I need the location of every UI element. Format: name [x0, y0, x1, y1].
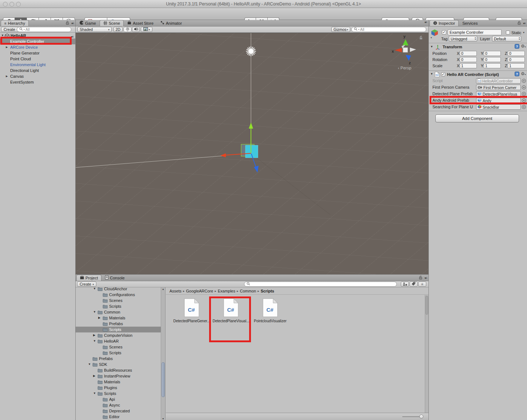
position-x-field[interactable]: 0 — [460, 51, 477, 56]
hierarchy-item-canvas[interactable]: ▶Canvas — [0, 73, 75, 79]
tree-scrollbar[interactable]: ▲ ▼ — [161, 287, 165, 420]
expand-arrow-icon[interactable]: ▶ — [6, 73, 8, 79]
searching-for-plane-u-field[interactable]: SnackBar — [476, 104, 521, 110]
axis-y-label[interactable]: y — [403, 34, 406, 39]
lock-icon[interactable] — [419, 275, 423, 280]
scene-viewport[interactable]: y x z ‹ Persp — [76, 33, 428, 274]
hierarchy-item-eventsystem[interactable]: EventSystem — [0, 79, 75, 85]
help-icon[interactable]: ? — [515, 44, 519, 49]
gizmos-dropdown[interactable]: Gizmos▾ — [331, 27, 350, 32]
folder-scripts[interactable]: ▼Scripts — [76, 391, 165, 396]
tag-dropdown[interactable]: Untagged▴▾ — [449, 36, 477, 41]
hierarchy-search-input[interactable]: ▾ All — [17, 27, 71, 32]
folder-materials[interactable]: ▶Materials — [76, 315, 165, 321]
gear-icon[interactable]: ⚙▾ — [521, 72, 526, 76]
folder-scripts[interactable]: Scripts — [76, 303, 165, 309]
axis-z-label[interactable]: z — [409, 61, 411, 65]
folder-helloar[interactable]: ▼HelloAR — [76, 338, 165, 344]
hierarchy-item-arcore-device[interactable]: ▶ARCore Device — [0, 44, 75, 50]
effects-toggle[interactable]: ▾ — [141, 27, 152, 32]
scroll-up-icon[interactable]: ▲ — [161, 288, 165, 290]
expand-arrow-icon[interactable]: ▼ — [430, 72, 433, 76]
tab-asset-store[interactable]: Asset Store — [124, 20, 157, 26]
script-field[interactable]: C#HelloARController — [476, 78, 521, 84]
folder-deprecated[interactable]: Deprecated — [76, 408, 165, 414]
file-detectedplanevisual[interactable]: C#DetectedPlaneVisual... — [212, 298, 250, 323]
search-by-type-button[interactable] — [401, 282, 409, 287]
expand-arrow-icon[interactable]: ▶ — [93, 332, 95, 338]
file-detectedplanegener[interactable]: C#DetectedPlaneGener... — [173, 298, 211, 323]
folder-configurations[interactable]: Configurations — [76, 292, 165, 298]
first-person-camera-field[interactable]: First Person Camer — [476, 85, 521, 90]
tab-scene[interactable]: Scene — [100, 20, 124, 26]
folder-api[interactable]: Api — [76, 396, 165, 402]
folder-prefabs[interactable]: Prefabs — [76, 321, 165, 327]
scrollbar-thumb[interactable] — [161, 362, 165, 397]
detected-plane-prefab-field[interactable]: DetectedPlaneVisua — [476, 91, 521, 97]
tab-animator[interactable]: Animator — [157, 20, 185, 26]
folder-scripts[interactable]: Scripts — [76, 327, 165, 332]
expand-arrow-icon[interactable]: ▼ — [88, 362, 91, 367]
scale-z-field[interactable]: 1 — [508, 63, 525, 68]
transform-title[interactable]: Transform — [443, 45, 462, 49]
folder-buildresources[interactable]: BuildResources — [76, 367, 165, 373]
folder-scripts[interactable]: Scripts — [76, 350, 165, 356]
hierarchy-item-directional-light[interactable]: Directional Light — [0, 68, 75, 73]
favorites-button[interactable]: ★ — [418, 282, 426, 287]
hierarchy-item-point-cloud[interactable]: Point Cloud — [0, 56, 75, 62]
lock-icon[interactable] — [419, 36, 423, 41]
perspective-toggle[interactable]: ‹ Persp — [398, 66, 411, 70]
rotation-x-field[interactable]: 0 — [460, 57, 477, 62]
icon-size-slider-track[interactable] — [402, 416, 421, 417]
folder-scenes[interactable]: Scenes — [76, 298, 165, 303]
scale-y-field[interactable]: 1 — [484, 63, 501, 68]
object-picker-icon[interactable] — [522, 79, 526, 83]
project-search-input[interactable] — [244, 282, 397, 287]
breadcrumb-scripts[interactable]: Scripts — [261, 289, 274, 293]
hierarchy-item-example-controller[interactable]: Example Controller — [0, 39, 75, 44]
tab-project[interactable]: Project — [76, 275, 101, 281]
lock-icon[interactable] — [517, 21, 521, 26]
icon-size-slider-knob[interactable] — [419, 415, 423, 419]
scale-x-field[interactable]: 1 — [460, 63, 477, 68]
breadcrumb-assets[interactable]: Assets — [169, 289, 181, 293]
panel-menu-icon[interactable]: ▾≡ — [523, 22, 526, 25]
folder-editor[interactable]: Editor — [76, 414, 165, 420]
expand-arrow-icon[interactable]: ▼ — [93, 338, 96, 344]
breadcrumb-common[interactable]: Common — [240, 289, 256, 293]
component-enabled-checkbox[interactable]: ✓ — [441, 72, 445, 76]
expand-arrow-icon[interactable]: ▼ — [93, 309, 96, 315]
hierarchy-scene-row[interactable]: ▼ HelloAR ▾≡ — [0, 33, 75, 39]
active-checkbox[interactable]: ✓ — [442, 30, 446, 35]
folder-computervision[interactable]: ▶ComputerVision — [76, 332, 165, 338]
lighting-toggle[interactable] — [124, 27, 131, 32]
tab-game[interactable]: Game — [76, 20, 99, 26]
position-y-field[interactable]: 0 — [484, 51, 501, 56]
breadcrumb-googlearcore[interactable]: GoogleARCore — [186, 289, 213, 293]
object-picker-icon[interactable] — [522, 105, 526, 109]
folder-async[interactable]: Async — [76, 402, 165, 408]
folder-common[interactable]: ▼Common — [76, 309, 165, 315]
andy-android-prefab-field[interactable]: Andy — [476, 98, 521, 103]
create-button[interactable]: Create▾ — [77, 282, 96, 287]
file-pointcloudvisualizer[interactable]: C#PointcloudVisualizer — [251, 298, 289, 323]
folder-scenes[interactable]: Scenes — [76, 344, 165, 350]
expand-arrow-icon[interactable]: ▶ — [6, 44, 8, 50]
folder-cloudanchor[interactable]: ▼CloudAnchor — [76, 287, 165, 292]
hierarchy-item-environmental-light[interactable]: Environmental Light — [0, 62, 75, 68]
expand-arrow-icon[interactable]: ▶ — [98, 315, 100, 321]
object-picker-icon[interactable] — [522, 98, 526, 102]
2d-toggle[interactable]: 2D — [113, 27, 123, 32]
script-component-title[interactable]: Hello AR Controller (Script) — [447, 72, 499, 77]
static-checkbox[interactable] — [506, 31, 510, 35]
folder-sdk[interactable]: ▼SDK — [76, 362, 165, 367]
expand-arrow-icon[interactable]: ▶ — [93, 373, 95, 379]
panel-menu-icon[interactable]: ▾≡ — [424, 276, 427, 280]
expand-arrow-icon[interactable]: ▼ — [430, 45, 433, 48]
position-z-field[interactable]: 0 — [508, 51, 525, 56]
layer-dropdown[interactable]: Default▴▾ — [492, 36, 521, 41]
folder-materials[interactable]: Materials — [76, 379, 165, 385]
panel-menu-icon[interactable]: ▾≡ — [71, 22, 74, 25]
panel-menu-icon[interactable]: ▾≡ — [424, 21, 427, 24]
axis-x-label[interactable]: x — [392, 49, 394, 53]
